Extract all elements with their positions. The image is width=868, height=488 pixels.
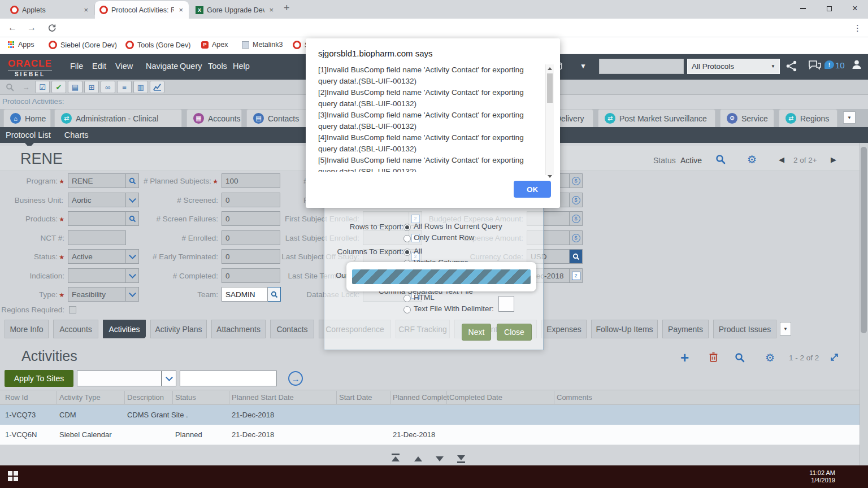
detail-tab-product-issues[interactable]: Product Issues	[713, 320, 776, 338]
forward-icon[interactable]: →	[27, 23, 36, 33]
radio-all-columns[interactable]	[403, 249, 411, 256]
toolbar-verify-icon[interactable]: ☑	[35, 81, 50, 93]
reload-icon[interactable]	[47, 23, 57, 34]
add-activity-icon[interactable]: +	[680, 349, 689, 367]
detail-tab-expenses[interactable]: Expenses	[541, 320, 587, 338]
menu-tools[interactable]: Tools	[208, 62, 227, 71]
global-search-input[interactable]	[599, 59, 684, 74]
protocol-gear-icon[interactable]: ⚙	[747, 153, 757, 166]
toolbar-copy-icon[interactable]: ⊞	[84, 81, 99, 93]
detail-tab-activity-plans[interactable]: Activity Plans	[150, 320, 207, 338]
program-input[interactable]: RENE	[68, 173, 126, 188]
detail-tab-more-info[interactable]: More Info	[5, 320, 49, 338]
radio-text-file-delimiter-label[interactable]: Text File With Delimiter:	[414, 304, 494, 313]
col-planned-start-date[interactable]: Planned Start Date	[232, 393, 294, 402]
activity-filter-select[interactable]	[77, 371, 162, 386]
currency-icon[interactable]: $	[570, 193, 583, 207]
nav-tab-accounts[interactable]: ▦ Accounts	[186, 109, 242, 127]
status-select[interactable]: Active	[68, 249, 126, 264]
record-prev-icon[interactable]: ◀	[779, 155, 784, 164]
currency-icon[interactable]: $	[570, 173, 583, 188]
bookmark-apex[interactable]: P Apex	[201, 41, 228, 49]
col-status[interactable]: Status	[175, 393, 196, 402]
page-next-icon[interactable]	[436, 456, 444, 461]
tab-close-icon[interactable]: ×	[268, 6, 275, 14]
menu-file[interactable]: File	[70, 62, 83, 71]
export-next-button[interactable]: Next	[462, 324, 491, 341]
nav-tab-home[interactable]: ⌂ Home	[3, 109, 51, 127]
col-completed-date[interactable]: Completed Date	[449, 393, 502, 402]
filter-dropdown-icon[interactable]	[162, 371, 176, 386]
tab-close-icon[interactable]: ×	[177, 6, 184, 14]
alert-ok-button[interactable]: OK	[514, 181, 551, 198]
col-description[interactable]: Description	[127, 393, 164, 402]
nav-tab-contacts[interactable]: ▤ Contacts	[246, 109, 307, 127]
sub-tab-protocol-list[interactable]: Protocol List	[6, 130, 51, 140]
lookup-icon[interactable]	[268, 287, 281, 302]
regions-required-checkbox[interactable]	[69, 306, 76, 313]
scroll-up-icon[interactable]	[548, 67, 552, 70]
window-close-button[interactable]: ×	[842, 0, 868, 17]
radio-html-label[interactable]: HTML	[414, 293, 435, 302]
radio-all-rows[interactable]	[403, 224, 411, 231]
bookmark-tools-gore-dev[interactable]: Tools (Gore Dev)	[125, 41, 190, 49]
radio-all-columns-label[interactable]: All	[414, 247, 422, 255]
toolbar-list-icon[interactable]: ≡	[117, 81, 132, 93]
currency-icon[interactable]: $	[570, 230, 583, 245]
menu-help[interactable]: Help	[233, 62, 250, 71]
lookup-icon[interactable]	[126, 211, 139, 226]
radio-all-rows-label[interactable]: All Rows In Current Query	[414, 222, 502, 230]
table-row-selected[interactable]: 1-VCQ73 CDM CDMS Grant Site . 21-Dec-201…	[0, 405, 868, 425]
toolbar-clipboard-lock-icon[interactable]: ▤	[68, 81, 83, 93]
menu-view[interactable]: View	[115, 62, 133, 71]
dropdown-icon[interactable]	[126, 268, 139, 283]
nav-tab-service[interactable]: ⚙ Service	[720, 109, 774, 127]
screened-input[interactable]: 0	[222, 193, 280, 207]
bookmark-metalink3[interactable]: Metalink3	[242, 41, 283, 49]
lookup-icon[interactable]	[570, 249, 583, 264]
menu-navigate[interactable]: Navigate	[146, 62, 178, 71]
bookmark-siebel-gore-dev[interactable]: Siebel (Gore Dev)	[49, 41, 117, 49]
record-next-icon[interactable]: ▶	[831, 155, 836, 164]
lookup-icon[interactable]	[126, 173, 139, 188]
tray-clock[interactable]: 11:02 AM 1/4/2019	[804, 469, 835, 484]
delimiter-input[interactable]	[498, 296, 514, 312]
col-row-id[interactable]: Row Id	[5, 393, 28, 402]
radio-html[interactable]	[403, 295, 411, 302]
detail-tab-follow-up-items[interactable]: Follow-Up Items	[591, 320, 658, 338]
new-tab-button[interactable]: +	[284, 2, 290, 14]
products-input[interactable]	[68, 211, 126, 226]
activities-gear-icon[interactable]: ⚙	[765, 351, 775, 364]
business-unit-select[interactable]: Aortic	[68, 193, 126, 207]
notification-bubble-icon[interactable]: !	[824, 60, 834, 69]
planned-subjects-input[interactable]: 100	[222, 173, 280, 188]
menu-edit[interactable]: Edit	[92, 62, 106, 71]
page-prev-icon[interactable]	[414, 456, 422, 461]
nav-tab-administration-clinical[interactable]: ⇄ Administration - Clinical	[54, 109, 182, 127]
nct-input[interactable]	[68, 230, 126, 245]
nav-tabs-overflow-button[interactable]: ▼	[843, 111, 856, 124]
col-planned-complete[interactable]: Planned Complet	[393, 393, 449, 402]
activities-search-icon[interactable]	[735, 352, 745, 365]
start-button[interactable]	[8, 471, 18, 481]
window-maximize-button[interactable]	[816, 0, 842, 17]
expand-icon[interactable]	[830, 352, 839, 364]
toolbar-go-icon[interactable]: →	[19, 81, 33, 93]
sub-tab-charts[interactable]: Charts	[64, 130, 89, 140]
share-icon[interactable]	[785, 60, 798, 75]
activity-filter-input[interactable]	[180, 371, 277, 386]
radio-only-current-row[interactable]	[403, 235, 411, 242]
table-row[interactable]: 1-VCQ6N Siebel Calendar Planned 21-Dec-2…	[0, 425, 868, 445]
window-minimize-button[interactable]	[790, 0, 816, 17]
toolbar-clipboard-icon[interactable]: ▥	[133, 81, 148, 93]
go-button[interactable]: →	[288, 371, 303, 386]
menu-query[interactable]: Query	[180, 62, 202, 71]
bookmark-apps[interactable]: Apps	[8, 41, 34, 49]
toolbar-chart-icon[interactable]	[150, 81, 164, 93]
screen-failures-input[interactable]: 0	[222, 211, 280, 226]
radio-only-current-row-label[interactable]: Only Current Row	[414, 233, 474, 242]
nav-tab-regions[interactable]: ⇄ Regions	[779, 109, 837, 127]
notification-count[interactable]: 10	[835, 60, 845, 70]
team-input[interactable]: SADMIN	[222, 287, 268, 302]
detail-tabs-overflow-button[interactable]: ▼	[780, 322, 791, 336]
